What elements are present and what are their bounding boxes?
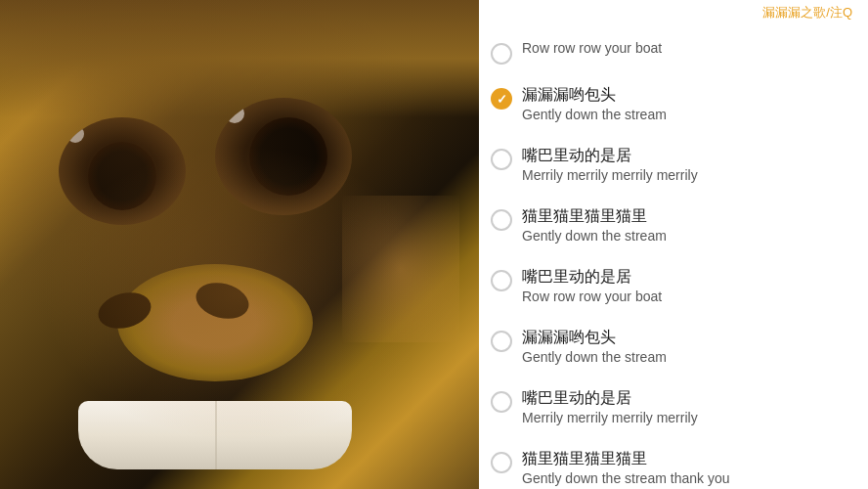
radio-button[interactable] [491,270,512,291]
song-text: 漏漏漏哟包头Gently down the stream [522,84,852,125]
song-item[interactable]: Row row row your boat [479,29,868,74]
song-item[interactable]: 漏漏漏哟包头Gently down the stream [479,317,868,378]
song-item[interactable]: 嘴巴里动的是居Merrily merrily merrily merrily [479,378,868,438]
song-title-cn: 猫里猫里猫里猫里 [522,448,852,469]
song-item[interactable]: 嘴巴里动的是居Row row row your boat [479,256,868,317]
list-header: 漏漏漏之歌/注Q [479,0,868,29]
face-photo [0,0,479,489]
radio-button[interactable] [491,391,512,413]
song-text: 猫里猫里猫里猫里Gently down the stream [522,205,852,246]
song-item[interactable]: 漏漏漏哟包头Gently down the stream [479,74,868,135]
song-title-cn: 嘴巴里动的是居 [522,145,852,166]
song-title-en: Gently down the stream [522,106,852,125]
song-title-en: Gently down the stream thank you [522,469,852,489]
song-text: 漏漏漏哟包头Gently down the stream [522,327,852,368]
song-title-cn: 猫里猫里猫里猫里 [522,205,852,227]
song-title-en: Row row row your boat [522,39,852,59]
song-title-en: Merrily merrily merrily merrily [522,409,852,428]
song-text: 嘴巴里动的是居Merrily merrily merrily merrily [522,387,852,428]
radio-button[interactable] [491,88,512,110]
song-title-cn: 嘴巴里动的是居 [522,387,852,409]
song-text: 猫里猫里猫里猫里Gently down the stream thank you [522,448,852,489]
skin-overlay [0,0,479,489]
song-title-cn: 嘴巴里动的是居 [522,266,852,288]
song-title-cn: 漏漏漏哟包头 [522,327,852,348]
song-text: 嘴巴里动的是居Merrily merrily merrily merrily [522,145,852,186]
song-title-en: Row row row your boat [522,288,852,307]
song-title-en: Merrily merrily merrily merrily [522,166,852,186]
song-item[interactable]: 嘴巴里动的是居Merrily merrily merrily merrily [479,135,868,196]
song-text: 嘴巴里动的是居Row row row your boat [522,266,852,307]
song-list-panel: 漏漏漏之歌/注Q Row row row your boat漏漏漏哟包头Gent… [479,0,868,489]
song-item[interactable]: 猫里猫里猫里猫里Gently down the stream [479,196,868,256]
header-title: 漏漏漏之歌/注Q [762,4,852,22]
radio-button[interactable] [491,452,512,473]
song-title-en: Gently down the stream [522,227,852,246]
song-title-cn: 漏漏漏哟包头 [522,84,852,106]
song-title-en: Gently down the stream [522,348,852,368]
song-list: Row row row your boat漏漏漏哟包头Gently down t… [479,29,868,489]
radio-button[interactable] [491,209,512,231]
radio-button[interactable] [491,43,512,65]
radio-button[interactable] [491,149,512,170]
radio-button[interactable] [491,331,512,352]
song-item[interactable]: 猫里猫里猫里猫里Gently down the stream thank you [479,438,868,489]
song-text: Row row row your boat [522,39,852,59]
